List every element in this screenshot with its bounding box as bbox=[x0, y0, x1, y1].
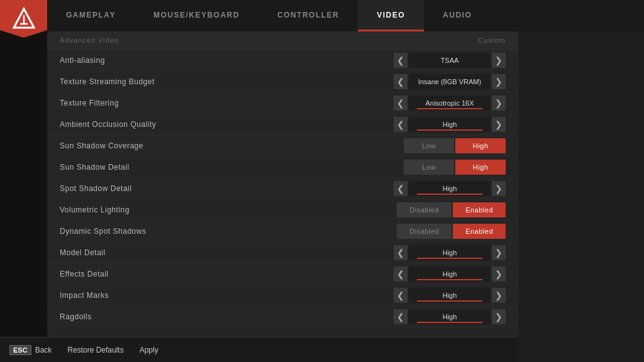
arrow-selector-ragdolls: ❮High❯ bbox=[394, 309, 506, 324]
toggle-btn-sun_shadow_coverage-low[interactable]: Low bbox=[404, 138, 454, 153]
content-area: Advanced Video Custom Anti-aliasing❮TSAA… bbox=[47, 31, 518, 337]
setting-row-spot_shadow_detail: Spot Shadow Detail❮High❯ bbox=[47, 178, 518, 199]
arrow-selector-spot_shadow_detail: ❮High❯ bbox=[394, 181, 506, 196]
tab-bar: GameplayMouse/KeyboardControllerVideoAud… bbox=[47, 0, 644, 31]
selector-text-effects_detail: High bbox=[443, 270, 457, 278]
arrow-left-model_detail[interactable]: ❮ bbox=[394, 245, 408, 260]
selector-bar-model_detail bbox=[417, 258, 482, 259]
setting-row-volumetric_lighting: Volumetric LightingDisabledEnabled bbox=[47, 199, 518, 221]
toggle-btn-sun_shadow_detail-high[interactable]: High bbox=[455, 160, 506, 175]
selector-bar-spot_shadow_detail bbox=[417, 194, 482, 195]
tab-audio[interactable]: Audio bbox=[424, 0, 491, 31]
arrow-right-ragdolls[interactable]: ❯ bbox=[492, 309, 506, 324]
selector-bar-ragdolls bbox=[417, 322, 482, 323]
arrow-right-texture_filtering[interactable]: ❯ bbox=[492, 96, 506, 111]
apex-logo bbox=[0, 0, 47, 38]
selector-value-anti_aliasing: TSAA bbox=[409, 53, 491, 68]
arrow-right-texture_streaming_budget[interactable]: ❯ bbox=[492, 74, 506, 89]
selector-text-ambient_occlusion: High bbox=[443, 121, 457, 128]
toggle-btn-volumetric_lighting-disabled[interactable]: Disabled bbox=[397, 202, 452, 217]
toggle-btn-sun_shadow_coverage-high[interactable]: High bbox=[455, 138, 506, 153]
section-header-value: Custom bbox=[478, 36, 506, 44]
setting-label-volumetric_lighting: Volumetric Lighting bbox=[60, 206, 397, 214]
toggle-pair-dynamic_spot_shadows: DisabledEnabled bbox=[397, 224, 506, 239]
toggle-pair-sun_shadow_coverage: LowHigh bbox=[404, 138, 506, 153]
bottom-bar: ESCBackRestore DefaultsApply bbox=[0, 337, 518, 362]
selector-text-spot_shadow_detail: High bbox=[443, 185, 457, 192]
section-header: Advanced Video Custom bbox=[47, 31, 518, 50]
selector-text-texture_filtering: Anisotropic 16X bbox=[425, 99, 474, 107]
toggle-btn-volumetric_lighting-enabled[interactable]: Enabled bbox=[453, 202, 506, 217]
setting-row-dynamic_spot_shadows: Dynamic Spot ShadowsDisabledEnabled bbox=[47, 221, 518, 242]
arrow-left-ragdolls[interactable]: ❮ bbox=[394, 309, 408, 324]
setting-label-ambient_occlusion: Ambient Occlusion Quality bbox=[60, 120, 394, 129]
toggle-btn-sun_shadow_detail-low[interactable]: Low bbox=[404, 160, 454, 175]
setting-control-effects_detail: ❮High❯ bbox=[394, 266, 506, 282]
selector-text-ragdolls: High bbox=[443, 313, 457, 321]
setting-label-effects_detail: Effects Detail bbox=[60, 270, 394, 278]
setting-control-sun_shadow_coverage: LowHigh bbox=[404, 138, 506, 153]
setting-control-impact_marks: ❮High❯ bbox=[394, 288, 506, 303]
setting-control-anti_aliasing: ❮TSAA❯ bbox=[394, 53, 506, 68]
tab-video[interactable]: Video bbox=[358, 0, 424, 31]
arrow-right-model_detail[interactable]: ❯ bbox=[492, 245, 506, 260]
setting-control-ambient_occlusion: ❮High❯ bbox=[394, 117, 506, 132]
setting-control-spot_shadow_detail: ❮High❯ bbox=[394, 181, 506, 196]
setting-row-effects_detail: Effects Detail❮High❯ bbox=[47, 263, 518, 285]
setting-row-model_detail: Model Detail❮High❯ bbox=[47, 242, 518, 263]
selector-bar-impact_marks bbox=[417, 300, 482, 302]
setting-control-sun_shadow_detail: LowHigh bbox=[404, 160, 506, 175]
setting-row-texture_streaming_budget: Texture Streaming Budget❮Insane (8GB VRA… bbox=[47, 71, 518, 92]
selector-bar-ambient_occlusion bbox=[417, 129, 482, 131]
arrow-left-ambient_occlusion[interactable]: ❮ bbox=[394, 117, 408, 132]
arrow-right-ambient_occlusion[interactable]: ❯ bbox=[492, 117, 506, 132]
arrow-selector-texture_filtering: ❮Anisotropic 16X❯ bbox=[394, 96, 506, 111]
setting-row-anti_aliasing: Anti-aliasing❮TSAA❯ bbox=[47, 50, 518, 71]
selector-value-texture_filtering: Anisotropic 16X bbox=[409, 96, 491, 111]
key-badge-back: ESC bbox=[9, 345, 31, 355]
bottom-label-restore_defaults: Restore Defaults bbox=[67, 346, 123, 354]
left-panel bbox=[0, 0, 47, 362]
arrow-left-effects_detail[interactable]: ❮ bbox=[394, 266, 408, 282]
toggle-btn-dynamic_spot_shadows-disabled[interactable]: Disabled bbox=[397, 224, 452, 239]
arrow-right-impact_marks[interactable]: ❯ bbox=[492, 288, 506, 303]
selector-text-texture_streaming_budget: Insane (8GB VRAM) bbox=[418, 78, 481, 85]
bottom-action-apply[interactable]: Apply bbox=[140, 346, 158, 354]
arrow-left-anti_aliasing[interactable]: ❮ bbox=[394, 53, 408, 68]
arrow-selector-anti_aliasing: ❮TSAA❯ bbox=[394, 53, 506, 68]
arrow-left-texture_streaming_budget[interactable]: ❮ bbox=[394, 74, 408, 89]
setting-label-texture_filtering: Texture Filtering bbox=[60, 99, 394, 107]
setting-control-texture_filtering: ❮Anisotropic 16X❯ bbox=[394, 96, 506, 111]
setting-row-sun_shadow_coverage: Sun Shadow CoverageLowHigh bbox=[47, 135, 518, 156]
section-header-label: Advanced Video bbox=[60, 36, 119, 44]
toggle-pair-volumetric_lighting: DisabledEnabled bbox=[397, 202, 506, 217]
setting-control-ragdolls: ❮High❯ bbox=[394, 309, 506, 324]
bottom-action-back[interactable]: ESCBack bbox=[9, 345, 52, 355]
bottom-label-apply: Apply bbox=[140, 346, 158, 354]
setting-row-texture_filtering: Texture Filtering❮Anisotropic 16X❯ bbox=[47, 92, 518, 114]
arrow-right-effects_detail[interactable]: ❯ bbox=[492, 266, 506, 282]
selector-bar-texture_filtering bbox=[417, 108, 482, 109]
arrow-selector-effects_detail: ❮High❯ bbox=[394, 266, 506, 282]
arrow-selector-model_detail: ❮High❯ bbox=[394, 245, 506, 260]
selector-value-ambient_occlusion: High bbox=[409, 117, 491, 132]
settings-panel[interactable]: Advanced Video Custom Anti-aliasing❮TSAA… bbox=[47, 31, 518, 337]
setting-row-ragdolls: Ragdolls❮High❯ bbox=[47, 306, 518, 327]
arrow-right-anti_aliasing[interactable]: ❯ bbox=[492, 53, 506, 68]
toggle-btn-dynamic_spot_shadows-enabled[interactable]: Enabled bbox=[453, 224, 506, 239]
arrow-left-impact_marks[interactable]: ❮ bbox=[394, 288, 408, 303]
setting-label-dynamic_spot_shadows: Dynamic Spot Shadows bbox=[60, 227, 397, 236]
arrow-left-spot_shadow_detail[interactable]: ❮ bbox=[394, 181, 408, 196]
bottom-label-back: Back bbox=[35, 346, 52, 354]
setting-control-volumetric_lighting: DisabledEnabled bbox=[397, 202, 506, 217]
arrow-left-texture_filtering[interactable]: ❮ bbox=[394, 96, 408, 111]
tab-controller[interactable]: Controller bbox=[258, 0, 358, 31]
selector-text-anti_aliasing: TSAA bbox=[441, 57, 459, 64]
setting-label-anti_aliasing: Anti-aliasing bbox=[60, 56, 394, 65]
tab-mouse_keyboard[interactable]: Mouse/Keyboard bbox=[135, 0, 258, 31]
arrow-right-spot_shadow_detail[interactable]: ❯ bbox=[492, 181, 506, 196]
tab-gameplay[interactable]: Gameplay bbox=[47, 0, 135, 31]
bottom-action-restore_defaults[interactable]: Restore Defaults bbox=[67, 346, 123, 354]
selector-value-impact_marks: High bbox=[409, 288, 491, 303]
selector-value-effects_detail: High bbox=[409, 266, 491, 282]
